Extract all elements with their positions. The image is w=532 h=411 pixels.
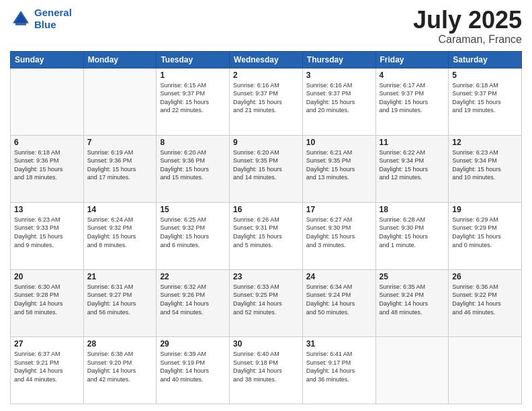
calendar-cell: 19Sunrise: 6:29 AM Sunset: 9:29 PM Dayli… — [449, 202, 522, 269]
day-number: 21 — [87, 272, 153, 281]
week-row-5: 27Sunrise: 6:37 AM Sunset: 9:21 PM Dayli… — [11, 336, 522, 404]
day-number: 16 — [233, 205, 299, 214]
day-number: 30 — [233, 339, 299, 349]
calendar-cell — [83, 68, 157, 135]
day-number: 10 — [306, 138, 372, 147]
weekday-header-tuesday: Tuesday — [157, 51, 230, 68]
day-info: Sunrise: 6:25 AM Sunset: 9:32 PM Dayligh… — [160, 216, 226, 249]
day-number: 24 — [306, 272, 372, 281]
day-info: Sunrise: 6:24 AM Sunset: 9:32 PM Dayligh… — [87, 216, 153, 249]
day-info: Sunrise: 6:20 AM Sunset: 9:36 PM Dayligh… — [160, 148, 226, 182]
calendar-table: SundayMondayTuesdayWednesdayThursdayFrid… — [10, 51, 522, 404]
week-row-4: 20Sunrise: 6:30 AM Sunset: 9:28 PM Dayli… — [11, 269, 522, 336]
day-info: Sunrise: 6:28 AM Sunset: 9:30 PM Dayligh… — [380, 216, 445, 249]
weekday-header-wednesday: Wednesday — [230, 51, 303, 68]
day-info: Sunrise: 6:26 AM Sunset: 9:31 PM Dayligh… — [233, 216, 299, 249]
calendar-cell: 29Sunrise: 6:39 AM Sunset: 9:19 PM Dayli… — [157, 336, 230, 404]
day-number: 20 — [14, 272, 80, 281]
day-number: 11 — [380, 138, 445, 147]
calendar-cell: 27Sunrise: 6:37 AM Sunset: 9:21 PM Dayli… — [11, 336, 84, 404]
day-number: 8 — [160, 138, 226, 147]
title-section: July 2025 Caraman, France — [413, 7, 522, 46]
calendar-cell: 21Sunrise: 6:31 AM Sunset: 9:27 PM Dayli… — [83, 269, 157, 336]
day-number: 14 — [87, 205, 153, 214]
day-info: Sunrise: 6:18 AM Sunset: 9:37 PM Dayligh… — [452, 81, 518, 115]
day-number: 2 — [233, 71, 299, 80]
weekday-header-monday: Monday — [83, 51, 157, 68]
calendar-cell: 30Sunrise: 6:40 AM Sunset: 9:18 PM Dayli… — [230, 336, 303, 404]
month-title: July 2025 — [413, 7, 522, 34]
calendar-cell: 31Sunrise: 6:41 AM Sunset: 9:17 PM Dayli… — [302, 336, 375, 404]
day-info: Sunrise: 6:39 AM Sunset: 9:19 PM Dayligh… — [160, 350, 226, 383]
day-number: 19 — [452, 205, 518, 214]
svg-rect-2 — [15, 23, 26, 25]
day-number: 27 — [14, 339, 80, 349]
calendar-cell: 11Sunrise: 6:22 AM Sunset: 9:34 PM Dayli… — [375, 135, 449, 202]
day-number: 25 — [380, 272, 445, 281]
calendar-cell: 17Sunrise: 6:27 AM Sunset: 9:30 PM Dayli… — [302, 202, 375, 269]
calendar-cell: 18Sunrise: 6:28 AM Sunset: 9:30 PM Dayli… — [375, 202, 449, 269]
day-info: Sunrise: 6:33 AM Sunset: 9:25 PM Dayligh… — [233, 283, 299, 316]
logo-icon — [10, 8, 32, 30]
weekday-header-sunday: Sunday — [11, 51, 84, 68]
calendar-cell: 26Sunrise: 6:36 AM Sunset: 9:22 PM Dayli… — [449, 269, 522, 336]
calendar-cell: 8Sunrise: 6:20 AM Sunset: 9:36 PM Daylig… — [157, 135, 230, 202]
day-info: Sunrise: 6:40 AM Sunset: 9:18 PM Dayligh… — [233, 350, 299, 383]
calendar-cell: 9Sunrise: 6:20 AM Sunset: 9:35 PM Daylig… — [230, 135, 303, 202]
calendar-cell: 1Sunrise: 6:15 AM Sunset: 9:37 PM Daylig… — [157, 68, 230, 135]
day-number: 12 — [452, 138, 518, 147]
day-info: Sunrise: 6:32 AM Sunset: 9:26 PM Dayligh… — [160, 283, 226, 316]
calendar-cell: 12Sunrise: 6:23 AM Sunset: 9:34 PM Dayli… — [449, 135, 522, 202]
week-row-2: 6Sunrise: 6:18 AM Sunset: 9:36 PM Daylig… — [11, 135, 522, 202]
day-info: Sunrise: 6:36 AM Sunset: 9:22 PM Dayligh… — [452, 283, 518, 316]
day-number: 31 — [306, 339, 372, 349]
calendar-cell: 7Sunrise: 6:19 AM Sunset: 9:36 PM Daylig… — [83, 135, 157, 202]
calendar-cell: 5Sunrise: 6:18 AM Sunset: 9:37 PM Daylig… — [449, 68, 522, 135]
day-info: Sunrise: 6:19 AM Sunset: 9:36 PM Dayligh… — [87, 148, 153, 182]
calendar-cell: 16Sunrise: 6:26 AM Sunset: 9:31 PM Dayli… — [230, 202, 303, 269]
day-number: 26 — [452, 272, 518, 281]
day-number: 13 — [14, 205, 80, 214]
calendar-cell: 4Sunrise: 6:17 AM Sunset: 9:37 PM Daylig… — [375, 68, 449, 135]
day-number: 6 — [14, 138, 80, 147]
day-info: Sunrise: 6:41 AM Sunset: 9:17 PM Dayligh… — [306, 350, 372, 383]
calendar-cell: 28Sunrise: 6:38 AM Sunset: 9:20 PM Dayli… — [83, 336, 157, 404]
week-row-3: 13Sunrise: 6:23 AM Sunset: 9:33 PM Dayli… — [11, 202, 522, 269]
day-info: Sunrise: 6:17 AM Sunset: 9:37 PM Dayligh… — [380, 81, 445, 115]
calendar-cell — [449, 336, 522, 404]
day-number: 22 — [160, 272, 226, 281]
day-info: Sunrise: 6:18 AM Sunset: 9:36 PM Dayligh… — [14, 148, 80, 182]
day-info: Sunrise: 6:37 AM Sunset: 9:21 PM Dayligh… — [14, 350, 80, 383]
weekday-header-row: SundayMondayTuesdayWednesdayThursdayFrid… — [11, 51, 522, 68]
week-row-1: 1Sunrise: 6:15 AM Sunset: 9:37 PM Daylig… — [11, 68, 522, 135]
calendar-cell: 6Sunrise: 6:18 AM Sunset: 9:36 PM Daylig… — [11, 135, 84, 202]
day-info: Sunrise: 6:23 AM Sunset: 9:33 PM Dayligh… — [14, 216, 80, 249]
header: General Blue July 2025 Caraman, France — [10, 7, 522, 46]
calendar-cell: 10Sunrise: 6:21 AM Sunset: 9:35 PM Dayli… — [302, 135, 375, 202]
calendar-cell: 13Sunrise: 6:23 AM Sunset: 9:33 PM Dayli… — [11, 202, 84, 269]
weekday-header-thursday: Thursday — [302, 51, 375, 68]
day-info: Sunrise: 6:34 AM Sunset: 9:24 PM Dayligh… — [306, 283, 372, 316]
day-number: 28 — [87, 339, 153, 349]
logo-text: General Blue — [34, 7, 72, 31]
day-number: 17 — [306, 205, 372, 214]
calendar-cell: 23Sunrise: 6:33 AM Sunset: 9:25 PM Dayli… — [230, 269, 303, 336]
day-number: 3 — [306, 71, 372, 80]
day-number: 23 — [233, 272, 299, 281]
calendar-cell: 22Sunrise: 6:32 AM Sunset: 9:26 PM Dayli… — [157, 269, 230, 336]
page: General Blue July 2025 Caraman, France S… — [0, 0, 532, 411]
weekday-header-friday: Friday — [375, 51, 449, 68]
day-info: Sunrise: 6:31 AM Sunset: 9:27 PM Dayligh… — [87, 283, 153, 316]
calendar-cell: 25Sunrise: 6:35 AM Sunset: 9:24 PM Dayli… — [375, 269, 449, 336]
calendar-cell — [11, 68, 84, 135]
day-number: 1 — [160, 71, 226, 80]
day-info: Sunrise: 6:27 AM Sunset: 9:30 PM Dayligh… — [306, 216, 372, 249]
day-info: Sunrise: 6:30 AM Sunset: 9:28 PM Dayligh… — [14, 283, 80, 316]
day-info: Sunrise: 6:22 AM Sunset: 9:34 PM Dayligh… — [380, 148, 445, 182]
day-info: Sunrise: 6:29 AM Sunset: 9:29 PM Dayligh… — [452, 216, 518, 249]
day-number: 15 — [160, 205, 226, 214]
day-info: Sunrise: 6:16 AM Sunset: 9:37 PM Dayligh… — [306, 81, 372, 115]
calendar-cell: 3Sunrise: 6:16 AM Sunset: 9:37 PM Daylig… — [302, 68, 375, 135]
day-number: 29 — [160, 339, 226, 349]
day-info: Sunrise: 6:21 AM Sunset: 9:35 PM Dayligh… — [306, 148, 372, 182]
